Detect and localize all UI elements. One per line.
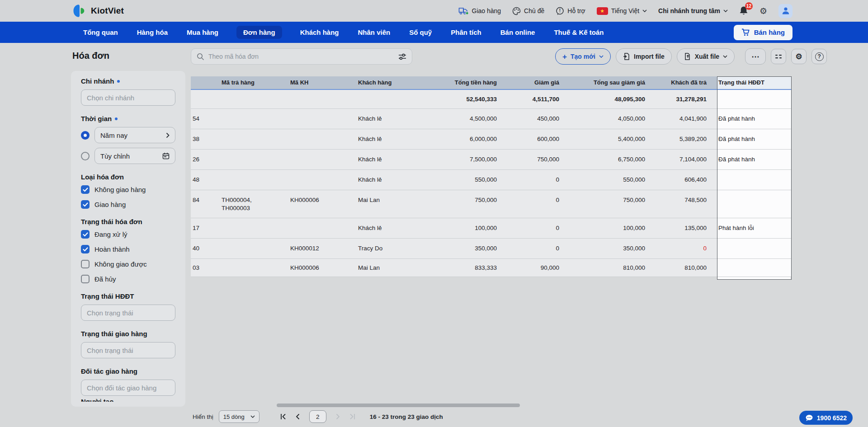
einvoice-status-input[interactable] <box>81 305 175 321</box>
table-row[interactable]: 38Khách lẻ6,000,000600,0005,400,0005,389… <box>191 129 792 150</box>
export-file-button[interactable]: Xuất file <box>677 48 735 65</box>
branch-selector[interactable]: Chi nhánh trung tâm <box>658 7 728 14</box>
nav-item[interactable]: Khách hàng <box>299 26 340 39</box>
checkbox-option[interactable]: Đã hủy <box>81 275 175 283</box>
checkbox-checked-icon[interactable] <box>81 230 90 239</box>
checkbox-option[interactable]: Giao hàng <box>81 200 175 209</box>
create-new-button[interactable]: + Tạo mới <box>555 48 611 65</box>
cell-customer[interactable]: Khách hàng <box>353 76 423 89</box>
column-layout-button[interactable] <box>771 49 786 64</box>
table-row[interactable]: 26Khách lẻ7,500,000750,0006,750,0007,104… <box>191 150 792 170</box>
nav-item[interactable]: Sổ quỹ <box>408 26 433 39</box>
nav-item[interactable]: Bán online <box>500 26 536 39</box>
delivery-partner-input[interactable] <box>81 380 175 396</box>
cell-after_discount[interactable]: Tổng sau giảm giá <box>566 76 651 89</box>
filter-sliders-icon[interactable] <box>398 53 406 60</box>
brand-logo[interactable]: KiotViet <box>72 4 124 18</box>
support-phone-button[interactable]: 1900 6522 <box>799 411 853 425</box>
cell-after_discount: 350,000 <box>566 239 651 258</box>
required-dot <box>115 117 118 120</box>
cell-einvoice_status <box>713 90 792 108</box>
more-options-button[interactable]: ⋯ <box>745 48 766 65</box>
language-selector[interactable]: ★ Tiếng Việt <box>597 7 647 15</box>
table-row[interactable]: 54Khách lẻ4,500,000450,0004,050,0004,041… <box>191 109 792 129</box>
import-file-button[interactable]: Import file <box>616 48 672 65</box>
cell-discount: 0 <box>503 170 566 190</box>
cell-code[interactable] <box>191 76 216 89</box>
cell-paid[interactable]: Khách đã trả <box>651 76 713 89</box>
checkbox-option[interactable]: Đang xử lý <box>81 230 175 239</box>
cell-discount: 0 <box>503 190 566 218</box>
nav-item[interactable]: Tổng quan <box>82 26 119 39</box>
cell-customer_code[interactable]: Mã KH <box>285 76 353 89</box>
checkbox-option[interactable]: Hoàn thành <box>81 245 175 253</box>
time-option-custom[interactable]: Tùy chỉnh <box>81 148 175 164</box>
nav-item[interactable]: Nhân viên <box>357 26 392 39</box>
radio-selected-icon[interactable] <box>81 131 90 140</box>
prev-page-button[interactable] <box>296 413 300 420</box>
table-footer: Hiển thị 15 dòng 16 - 23 trong 23 giao d… <box>193 409 443 424</box>
cell-discount[interactable]: Giảm giá <box>503 76 566 89</box>
table-row[interactable]: 48Khách lẻ550,0000550,000606,400 <box>191 170 792 190</box>
user-avatar-button[interactable] <box>778 4 793 18</box>
checkbox-option[interactable]: Không giao được <box>81 260 175 268</box>
sell-button[interactable]: Bán hàng <box>734 25 793 40</box>
time-preset-button[interactable]: Năm nay <box>94 127 175 143</box>
checkbox-option[interactable]: Không giao hàng <box>81 185 175 194</box>
branch-filter-input[interactable] <box>81 89 175 106</box>
settings-gear-button[interactable]: ⚙ <box>760 7 767 15</box>
notification-bell-button[interactable]: 12 <box>739 6 748 16</box>
radio-unselected-icon[interactable] <box>81 152 90 160</box>
table-row[interactable]: 84TH000004, TH000003KH000006Mai Lan750,0… <box>191 190 792 218</box>
checkbox-checked-icon[interactable] <box>81 200 90 209</box>
cell-total[interactable]: Tổng tiền hàng <box>423 76 503 89</box>
nav-item[interactable]: Thuế & Kế toán <box>553 26 604 39</box>
first-page-button[interactable] <box>280 413 286 420</box>
delivery-menu-item[interactable]: Giao hàng <box>458 7 501 15</box>
support-menu-item[interactable]: ! Hỗ trợ <box>556 7 585 15</box>
toolbar-actions: + Tạo mới Import file Xuất file ⋯ <box>555 48 827 65</box>
cell-after_discount: 100,000 <box>566 218 651 238</box>
branch-label: Chi nhánh trung tâm <box>658 7 720 14</box>
theme-menu-item[interactable]: Chủ đề <box>512 7 544 15</box>
nav-item[interactable]: Phân tích <box>450 26 482 39</box>
table-row[interactable]: 40KH000012Tracy Do350,0000350,0000 <box>191 239 792 259</box>
display-label: Hiển thị <box>193 413 213 420</box>
sell-button-label: Bán hàng <box>754 28 785 36</box>
cell-return_codes <box>216 259 285 277</box>
nav-item[interactable]: Đơn hàng <box>236 26 282 39</box>
cell-total: 350,000 <box>423 239 503 258</box>
checkbox-checked-icon[interactable] <box>81 185 90 194</box>
search-input[interactable] <box>208 53 394 60</box>
delivery-status-input[interactable] <box>81 342 175 358</box>
nav-item[interactable]: Mua hàng <box>186 26 219 39</box>
calendar-icon <box>162 152 170 160</box>
cell-einvoice_status[interactable]: Trạng thái HĐĐT <box>713 76 792 89</box>
page-size-select[interactable]: 15 dòng <box>219 410 259 423</box>
checkbox-unchecked-icon[interactable] <box>81 275 90 283</box>
nav-item[interactable]: Hàng hóa <box>136 26 169 39</box>
time-option-this-year[interactable]: Năm nay <box>81 127 175 143</box>
cell-total: 52,540,333 <box>423 90 503 108</box>
table-row[interactable]: 17Khách lẻ100,0000100,000135,000Phát hàn… <box>191 218 792 239</box>
current-page-input[interactable] <box>309 410 326 423</box>
table-settings-button[interactable]: ⚙ <box>791 49 807 64</box>
cell-return_codes[interactable]: Mã trả hàng <box>216 76 285 89</box>
cell-return_codes <box>216 239 285 258</box>
checkbox-label: Đã hủy <box>94 275 116 283</box>
next-page-button[interactable] <box>336 413 340 420</box>
delivery-label: Giao hàng <box>472 7 501 14</box>
help-button[interactable]: ? <box>811 49 827 64</box>
columns-list-icon <box>775 53 782 60</box>
cell-after_discount: 48,095,300 <box>566 90 651 108</box>
h-scrollbar-thumb[interactable] <box>277 404 520 407</box>
checkbox-checked-icon[interactable] <box>81 245 90 253</box>
last-page-button[interactable] <box>349 413 355 420</box>
time-custom-button[interactable]: Tùy chỉnh <box>94 148 175 164</box>
export-file-icon <box>684 53 691 60</box>
table-row[interactable]: 03KH000006Mai Lan833,33390,000810,000810… <box>191 259 792 277</box>
import-file-label: Import file <box>634 53 665 60</box>
user-icon <box>781 6 790 15</box>
gear-icon: ⚙ <box>796 53 802 61</box>
checkbox-unchecked-icon[interactable] <box>81 260 90 268</box>
